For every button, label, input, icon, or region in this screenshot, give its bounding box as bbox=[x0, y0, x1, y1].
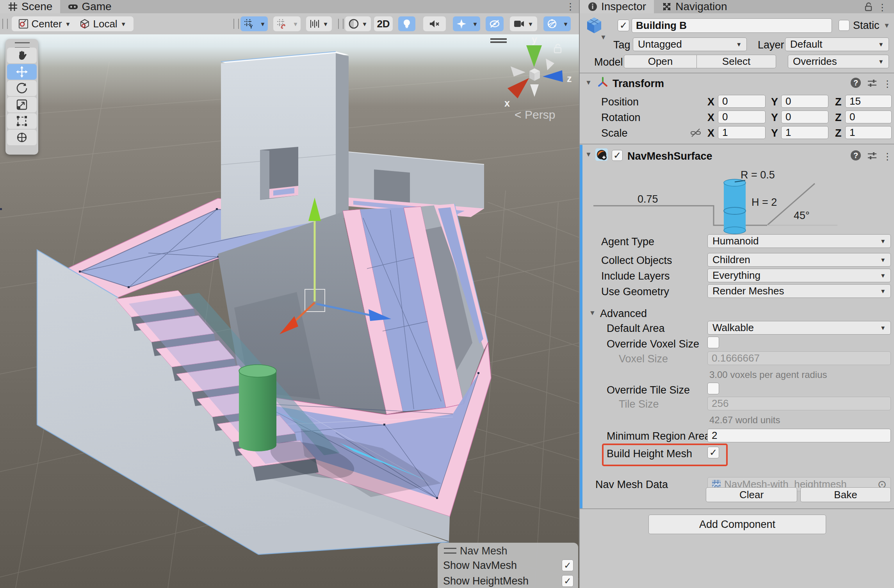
cylinder-obstacle[interactable] bbox=[239, 365, 276, 451]
scale-y-field[interactable]: 1 bbox=[781, 126, 828, 139]
rotate-tool[interactable] bbox=[7, 80, 37, 96]
show-heightmesh-checkbox[interactable] bbox=[562, 575, 573, 587]
default-area-dropdown[interactable]: Walkable▼ bbox=[707, 321, 891, 335]
override-voxel-size-checkbox[interactable] bbox=[707, 337, 719, 348]
scene-tab-menu-icon[interactable]: ⋮ bbox=[566, 0, 575, 13]
axis-y-label: Y bbox=[771, 112, 778, 124]
navmeshsurface-title[interactable]: NavMeshSurface bbox=[627, 150, 712, 162]
orientation-button[interactable]: Local ▼ bbox=[73, 16, 134, 31]
effects-toggle[interactable] bbox=[453, 16, 470, 31]
tag-dropdown[interactable]: Untagged▼ bbox=[633, 37, 747, 51]
presets-icon[interactable] bbox=[867, 151, 877, 161]
agent-cylinder bbox=[724, 179, 746, 234]
effects-dropdown[interactable]: ▼ bbox=[470, 16, 480, 31]
camera-settings-button[interactable]: ▼ bbox=[510, 16, 537, 31]
prefab-cube-icon[interactable] bbox=[585, 16, 603, 34]
2d-toggle[interactable]: 2D bbox=[374, 16, 393, 31]
inspector-menu-icon[interactable]: ⋮ bbox=[878, 1, 887, 14]
grid-visibility-dropdown[interactable]: ▼ bbox=[258, 16, 268, 31]
position-z-field[interactable]: 15 bbox=[845, 95, 892, 108]
snap-toggle[interactable] bbox=[273, 16, 290, 31]
advanced-foldout-label[interactable]: Advanced bbox=[600, 308, 647, 320]
gizmos-dropdown[interactable]: ▼ bbox=[561, 16, 571, 31]
layer-label: Layer bbox=[758, 39, 784, 51]
link-broken-icon[interactable] bbox=[690, 127, 701, 138]
transform-tool[interactable] bbox=[7, 130, 37, 145]
toolbar-drag-handle[interactable] bbox=[233, 19, 239, 29]
bake-button[interactable]: Bake bbox=[800, 487, 891, 502]
move-tool[interactable] bbox=[7, 64, 37, 80]
lighting-toggle[interactable] bbox=[398, 16, 415, 31]
foldout-arrow-icon[interactable]: ▼ bbox=[589, 309, 596, 317]
chevron-down-icon: ▼ bbox=[880, 272, 886, 279]
gameobject-name-field[interactable]: Building B bbox=[632, 18, 832, 33]
include-layers-dropdown[interactable]: Everything▼ bbox=[707, 269, 891, 282]
component-menu-icon[interactable]: ⋮ bbox=[883, 150, 892, 163]
hidden-objects-toggle[interactable] bbox=[486, 16, 504, 31]
overlay-drag-handle[interactable] bbox=[444, 548, 456, 554]
lock-icon[interactable] bbox=[864, 2, 873, 12]
axis-x-label: X bbox=[707, 96, 714, 108]
foldout-arrow-icon[interactable]: ▼ bbox=[585, 79, 592, 87]
orientation-label: Local bbox=[93, 18, 117, 30]
projection-label[interactable]: Persp bbox=[525, 108, 555, 121]
view-hand-tool[interactable] bbox=[7, 48, 37, 63]
scene-viewport[interactable]: y x z < Persp bbox=[0, 34, 579, 588]
scale-x-field[interactable]: 1 bbox=[718, 126, 766, 139]
rotation-x-field[interactable]: 0 bbox=[718, 110, 766, 123]
chevron-down-icon[interactable]: ▼ bbox=[883, 22, 890, 30]
move-icon bbox=[16, 66, 28, 78]
chevron-down-icon: ▼ bbox=[121, 21, 126, 27]
static-checkbox[interactable] bbox=[839, 20, 849, 31]
help-icon[interactable]: ? bbox=[851, 150, 861, 160]
minimum-region-area-field[interactable]: 2 bbox=[707, 429, 891, 442]
override-tile-size-checkbox[interactable] bbox=[707, 383, 719, 394]
grid-visibility-toggle[interactable]: Y bbox=[240, 16, 258, 31]
snap-increment-button[interactable]: ▼ bbox=[306, 16, 332, 31]
model-label: Model bbox=[594, 56, 623, 68]
position-x-field[interactable]: 0 bbox=[718, 95, 766, 108]
component-menu-icon[interactable]: ⋮ bbox=[883, 77, 892, 91]
model-select-button[interactable]: Select bbox=[696, 55, 776, 68]
gizmos-toggle[interactable] bbox=[543, 16, 561, 31]
collect-objects-dropdown[interactable]: Children▼ bbox=[707, 253, 891, 267]
clear-button[interactable]: Clear bbox=[706, 487, 797, 502]
model-open-button[interactable]: Open bbox=[624, 55, 697, 68]
build-height-mesh-checkbox[interactable] bbox=[707, 447, 719, 458]
add-component-button[interactable]: Add Component bbox=[648, 515, 826, 534]
scale-tool[interactable] bbox=[7, 97, 37, 112]
rect-icon bbox=[16, 116, 27, 127]
show-navmesh-checkbox[interactable] bbox=[562, 559, 573, 571]
transform-title[interactable]: Transform bbox=[613, 78, 664, 90]
rotation-y-field[interactable]: 0 bbox=[781, 110, 828, 123]
agent-type-dropdown[interactable]: Humanoid▼ bbox=[707, 234, 891, 248]
tab-navigation[interactable]: Navigation bbox=[654, 0, 735, 13]
help-icon[interactable]: ? bbox=[851, 78, 861, 88]
rect-tool[interactable] bbox=[7, 113, 37, 129]
layer-dropdown[interactable]: Default▼ bbox=[785, 37, 889, 51]
nav-mesh-data-label: Nav Mesh Data bbox=[595, 479, 668, 491]
chevron-down-icon: ▼ bbox=[878, 41, 884, 48]
axis-z-label: Z bbox=[835, 96, 842, 108]
chevron-down-icon[interactable]: ▼ bbox=[600, 34, 607, 41]
component-enabled-checkbox[interactable] bbox=[612, 150, 623, 161]
speaker-mute-icon bbox=[429, 19, 440, 29]
rotation-z-field[interactable]: 0 bbox=[845, 110, 892, 123]
gameobject-enabled-checkbox[interactable] bbox=[618, 20, 629, 31]
toolbar-drag-handle[interactable] bbox=[2, 19, 8, 29]
presets-icon[interactable] bbox=[867, 78, 877, 88]
shading-mode-button[interactable]: ▼ bbox=[345, 16, 371, 31]
position-y-field[interactable]: 0 bbox=[781, 95, 828, 108]
toolbar-drag-handle[interactable] bbox=[338, 19, 344, 29]
inspector-tabbar: Inspector Navigation ⋮ bbox=[580, 0, 894, 13]
tab-scene[interactable]: Scene bbox=[0, 0, 60, 13]
tab-game[interactable]: Game bbox=[60, 0, 119, 13]
tab-inspector[interactable]: Inspector bbox=[580, 0, 654, 13]
overrides-dropdown[interactable]: Overrides▼ bbox=[788, 55, 889, 68]
foldout-arrow-icon[interactable]: ▼ bbox=[585, 151, 592, 159]
scale-z-field[interactable]: 1 bbox=[845, 126, 892, 139]
snap-dropdown[interactable]: ▼ bbox=[290, 16, 301, 31]
pivot-mode-button[interactable]: Center ▼ bbox=[12, 16, 77, 31]
audio-mute-toggle[interactable] bbox=[423, 16, 446, 31]
use-geometry-dropdown[interactable]: Render Meshes▼ bbox=[707, 284, 891, 298]
